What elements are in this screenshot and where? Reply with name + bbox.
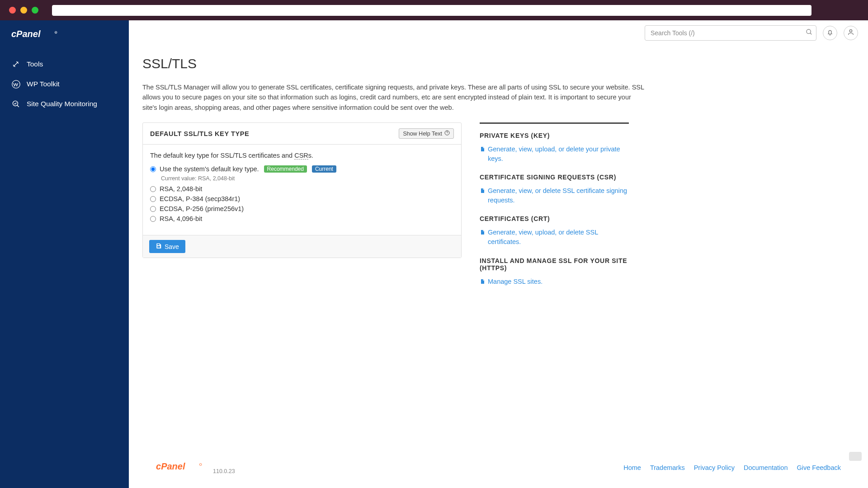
wordpress-icon [11,80,20,89]
option-label: RSA, 4,096-bit [160,215,202,222]
link-crt[interactable]: Generate, view, upload, or delete SSL ce… [480,228,629,247]
radio-input[interactable] [150,206,156,212]
file-icon [480,278,485,287]
footer-link-privacy[interactable]: Privacy Policy [694,464,735,471]
bell-icon [826,28,834,38]
save-disk-icon [156,243,162,250]
section-title-private-keys: PRIVATE KEYS (KEY) [480,132,629,139]
magnifier-check-icon [11,99,20,108]
link-csr[interactable]: Generate, view, or delete SSL certificat… [480,186,629,205]
window-controls [9,7,38,14]
link-text: Generate, view, upload, or delete SSL ce… [488,228,629,247]
user-account-button[interactable] [844,26,858,40]
ssl-actions-panel: PRIVATE KEYS (KEY) Generate, view, uploa… [480,122,629,297]
option-label: ECDSA, P-256 (prime256v1) [160,205,244,212]
link-text: Manage SSL sites. [488,277,542,286]
maximize-window-icon[interactable] [32,7,38,14]
page-title: SSL/TLS [142,56,854,71]
footer-link-home[interactable]: Home [623,464,641,471]
radio-input[interactable] [150,186,156,192]
browser-chrome [0,0,868,20]
link-text: Generate, view, upload, or delete your p… [488,145,629,164]
section-title-csr: CERTIFICATE SIGNING REQUESTS (CSR) [480,174,629,181]
current-badge: Current [312,165,336,173]
radio-input[interactable] [150,196,156,202]
keytype-option-system-default[interactable]: Use the system's default key type. Recom… [150,165,454,173]
show-help-button[interactable]: Show Help Text [399,128,454,139]
url-bar[interactable] [52,5,811,16]
section-title-crt: CERTIFICATES (CRT) [480,215,629,222]
keytype-option-rsa-4096[interactable]: RSA, 4,096-bit [150,215,454,222]
question-icon [444,130,450,137]
svg-text:R: R [55,32,57,34]
search-icon[interactable] [806,28,813,38]
link-text: Generate, view, or delete SSL certificat… [488,186,629,205]
card-subtext: The default key type for SSL/TLS certifi… [150,152,454,159]
file-icon [480,229,485,238]
footer-link-trademarks[interactable]: Trademarks [650,464,685,471]
svg-text:cPanel: cPanel [156,461,185,471]
option-label: Use the system's default key type. [160,165,259,173]
recommended-badge: Recommended [264,165,307,173]
svg-text:cPanel: cPanel [11,29,41,39]
brand-logo[interactable]: cPanel R [0,28,129,54]
page-description: The SSL/TLS Manager will allow you to ge… [142,82,644,113]
user-icon [847,28,854,38]
option-label: ECDSA, P-384 (secp384r1) [160,195,240,202]
close-window-icon[interactable] [9,7,16,14]
sidebar-item-label: Tools [27,60,43,68]
cpanel-footer-logo-icon: cPanel [156,461,210,473]
sidebar-item-wp-toolkit[interactable]: WP Toolkit [0,74,129,94]
option-label: RSA, 2,048-bit [160,185,202,192]
footer-link-feedback[interactable]: Give Feedback [797,464,841,471]
notifications-button[interactable] [823,26,837,40]
sidebar-item-tools[interactable]: Tools [0,54,129,74]
link-private-keys[interactable]: Generate, view, upload, or delete your p… [480,145,629,164]
footer-link-documentation[interactable]: Documentation [744,464,788,471]
keytype-option-ecdsa-p384[interactable]: ECDSA, P-384 (secp384r1) [150,195,454,202]
minimize-window-icon[interactable] [20,7,27,14]
keytype-option-ecdsa-p256[interactable]: ECDSA, P-256 (prime256v1) [150,205,454,212]
card-title: DEFAULT SSL/TLS KEY TYPE [150,130,249,137]
radio-input[interactable] [150,166,156,172]
sidebar: cPanel R Tools WP Toolkit Site Quality M… [0,20,129,488]
search-input[interactable] [645,25,816,41]
save-button-label: Save [165,243,179,250]
cpanel-logo-icon: cPanel R [11,28,66,41]
current-value-text: Current value: RSA, 2,048-bit [161,175,454,182]
sidebar-item-label: WP Toolkit [27,80,60,88]
tools-icon [11,60,20,69]
save-button[interactable]: Save [149,240,185,253]
chat-widget-icon[interactable] [849,452,862,461]
file-icon [480,145,485,155]
radio-input[interactable] [150,216,156,222]
link-manage-ssl[interactable]: Manage SSL sites. [480,277,629,287]
header [129,20,868,45]
default-key-type-card: DEFAULT SSL/TLS KEY TYPE Show Help Text … [142,122,462,258]
footer: cPanel 110.0.23 Home Trademarks Privacy … [142,453,854,488]
section-title-install-ssl: INSTALL AND MANAGE SSL FOR YOUR SITE (HT… [480,257,629,272]
version-text: 110.0.23 [213,468,235,474]
sidebar-item-site-quality[interactable]: Site Quality Monitoring [0,94,129,114]
svg-point-5 [807,29,811,33]
file-icon [480,187,485,197]
keytype-option-rsa-2048[interactable]: RSA, 2,048-bit [150,185,454,192]
svg-point-6 [849,29,852,32]
help-button-label: Show Help Text [403,131,442,137]
svg-point-9 [199,464,202,466]
sidebar-item-label: Site Quality Monitoring [27,100,97,108]
